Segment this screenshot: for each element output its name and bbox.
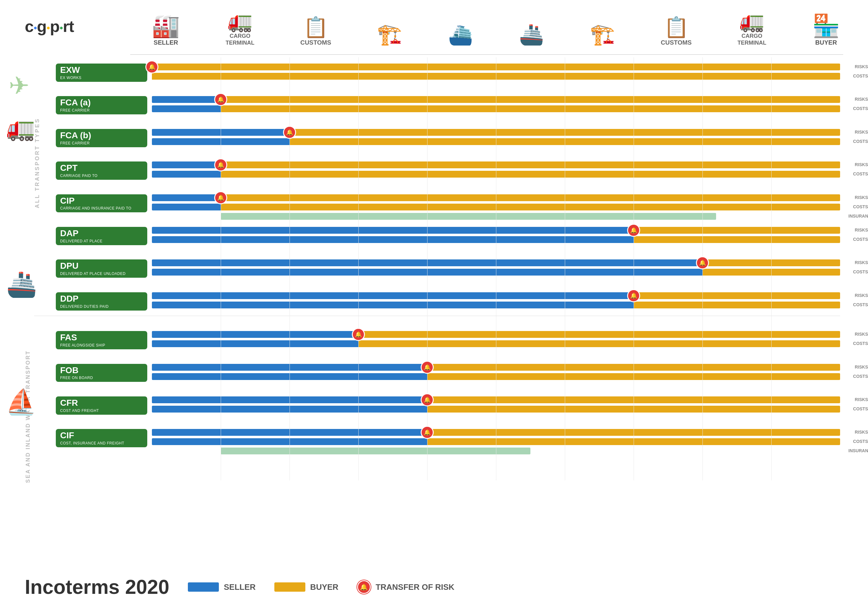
term-label-CPT: CPTCARRIAGE PAID TO xyxy=(56,161,147,180)
ship-load-icon: ⛴️ xyxy=(448,23,473,46)
header-ship: 🚢 xyxy=(519,23,544,46)
term-label-CIF: CIFCOST, INSURANCE AND FREIGHT xyxy=(56,429,147,447)
term-label-FCA(a): FCA (a)FREE CARRIER xyxy=(56,96,147,115)
customs-2-label: CUSTOMS xyxy=(661,39,692,46)
clipboard-2-icon: 📋 xyxy=(664,16,689,39)
truck-transport-icon: 🚛 xyxy=(6,115,35,142)
cargo-terminal-1-label: CARGOTERMINAL xyxy=(226,33,254,46)
truck-icon: 🚛 xyxy=(228,9,253,33)
legend-buyer: BUYER xyxy=(274,582,338,592)
seller-legend-label: SELLER xyxy=(224,582,256,592)
clipboard-icon: 📋 xyxy=(303,16,328,39)
header-icons-row: 🏭 SELLER 🚛 CARGOTERMINAL 📋 CUSTOMS 🏗️ ⛴️… xyxy=(152,9,840,46)
header-buyer: 🏪 BUYER xyxy=(812,13,840,46)
header-ship-load: ⛴️ xyxy=(448,23,473,46)
risk-icon-legend: 🔔 xyxy=(357,580,371,594)
ship-icon: 🚢 xyxy=(519,23,544,46)
buyer-bar-legend xyxy=(274,582,305,592)
crane-2-icon: 🏗️ xyxy=(590,23,615,46)
term-label-FCA(b): FCA (b)FREE CARRIER xyxy=(56,129,147,147)
term-label-EXW: EXWEX WORKS xyxy=(56,64,147,82)
term-label-DDP: DDPDELIVERED DUTIES PAID xyxy=(56,292,147,310)
buyer-label: BUYER xyxy=(815,39,837,46)
term-label-FOB: FOBFREE ON BOARD xyxy=(56,364,147,382)
customs-1-label: CUSTOMS xyxy=(301,39,332,46)
warehouse-icon: 🏭 xyxy=(152,13,180,39)
cargo-terminal-2-label: CARGOTERMINAL xyxy=(738,33,766,46)
header-customs-2: 📋 CUSTOMS xyxy=(661,16,692,46)
seller-label: SELLER xyxy=(154,39,178,46)
term-label-CIP: CIPCARRIAGE AND INSURANCE PAID TO xyxy=(56,194,147,212)
legend-risk: 🔔 TRANSFER OF RISK xyxy=(357,580,454,594)
term-label-FAS: FASFREE ALONGSIDE SHIP xyxy=(56,331,147,349)
sea-transport-label: SEA AND INLAND WATER TRANSPORT xyxy=(25,350,31,483)
legend: Incoterms 2020 SELLER BUYER 🔔 TRANSFER O… xyxy=(25,575,843,598)
term-label-CFR: CFRCOST AND FREIGHT xyxy=(56,397,147,415)
header-cargo-terminal-2: 🚛 CARGOTERMINAL xyxy=(738,9,766,46)
ship-transport-icon: 🚢 xyxy=(6,270,37,299)
logo: c●g●p●rt xyxy=(25,17,74,36)
risk-legend-label: TRANSFER OF RISK xyxy=(376,582,454,592)
seller-bar-legend xyxy=(188,582,219,592)
shop-icon: 🏪 xyxy=(812,13,840,39)
truck-2-icon: 🚛 xyxy=(739,9,764,33)
header-cargo-terminal-1: 🚛 CARGOTERMINAL xyxy=(226,9,254,46)
crane-1-icon: 🏗️ xyxy=(377,23,402,46)
plane-icon: ✈ xyxy=(9,71,29,100)
header-seller: 🏭 SELLER xyxy=(152,13,180,46)
inland-ship-icon: ⛵ xyxy=(6,388,37,417)
header-customs-1: 📋 CUSTOMS xyxy=(301,16,332,46)
legend-seller: SELLER xyxy=(188,582,256,592)
buyer-legend-label: BUYER xyxy=(310,582,338,592)
header-crane-1: 🏗️ xyxy=(377,23,402,46)
term-label-DAP: DAPDELIVERED AT PLACE xyxy=(56,227,147,245)
header-divider xyxy=(130,54,843,55)
header-crane-2: 🏗️ xyxy=(590,23,615,46)
legend-title: Incoterms 2020 xyxy=(25,575,169,598)
term-label-DPU: DPUDELIVERED AT PLACE UNLOADED xyxy=(56,259,147,278)
